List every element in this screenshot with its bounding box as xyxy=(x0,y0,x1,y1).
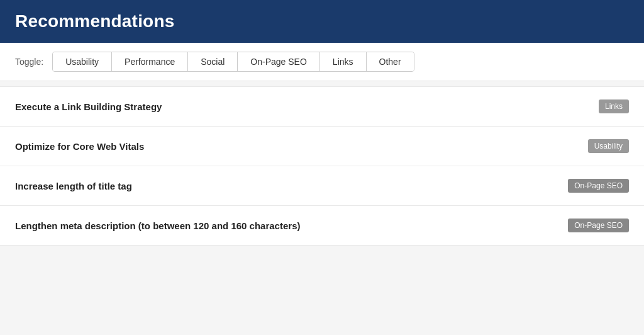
toggle-btn-links[interactable]: Links xyxy=(320,52,367,71)
recommendation-tag-badge: Usability xyxy=(588,139,629,153)
page-title: Recommendations xyxy=(15,11,629,31)
recommendation-text: Increase length of title tag xyxy=(15,181,132,191)
recommendation-text: Execute a Link Building Strategy xyxy=(15,101,162,112)
recommendation-item: Increase length of title tagOn-Page SEO xyxy=(0,166,644,206)
recommendation-text: Optimize for Core Web Vitals xyxy=(15,141,144,152)
recommendations-list: Execute a Link Building StrategyLinksOpt… xyxy=(0,86,644,246)
recommendation-item: Execute a Link Building StrategyLinks xyxy=(0,86,644,127)
toggle-btn-performance[interactable]: Performance xyxy=(112,52,188,71)
toggle-btn-social[interactable]: Social xyxy=(188,52,238,71)
toggle-btn-usability[interactable]: Usability xyxy=(53,52,112,71)
recommendation-tag-badge: On-Page SEO xyxy=(568,219,629,232)
toggle-label: Toggle: xyxy=(15,57,43,67)
toggle-bar: Toggle: UsabilityPerformanceSocialOn-Pag… xyxy=(0,43,644,81)
recommendation-item: Lengthen meta description (to between 12… xyxy=(0,206,644,246)
recommendation-item: Optimize for Core Web VitalsUsability xyxy=(0,127,644,166)
recommendation-tag-badge: On-Page SEO xyxy=(568,179,629,193)
recommendation-text: Lengthen meta description (to between 12… xyxy=(15,220,300,231)
header: Recommendations xyxy=(0,0,644,43)
toggle-btn-other[interactable]: Other xyxy=(367,52,414,71)
toggle-btn-on-page-seo[interactable]: On-Page SEO xyxy=(238,52,320,71)
recommendation-tag-badge: Links xyxy=(599,99,629,113)
toggle-buttons: UsabilityPerformanceSocialOn-Page SEOLin… xyxy=(52,52,414,72)
